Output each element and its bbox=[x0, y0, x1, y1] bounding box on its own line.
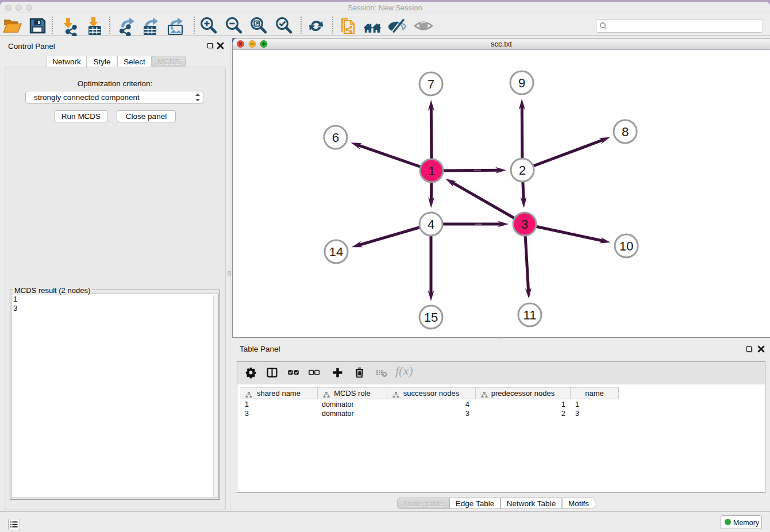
svg-text:6: 6 bbox=[332, 130, 339, 145]
svg-text:4: 4 bbox=[428, 217, 434, 232]
svg-text:10: 10 bbox=[619, 239, 633, 253]
svg-text:7: 7 bbox=[428, 77, 434, 91]
svg-text:8: 8 bbox=[622, 125, 629, 139]
svg-text:2: 2 bbox=[519, 163, 526, 178]
svg-text:3: 3 bbox=[521, 217, 528, 232]
svg-text:9: 9 bbox=[518, 76, 525, 90]
svg-text:15: 15 bbox=[424, 310, 438, 325]
svg-text:14: 14 bbox=[329, 245, 343, 259]
svg-text:11: 11 bbox=[523, 308, 537, 322]
svg-text:1: 1 bbox=[428, 164, 435, 178]
